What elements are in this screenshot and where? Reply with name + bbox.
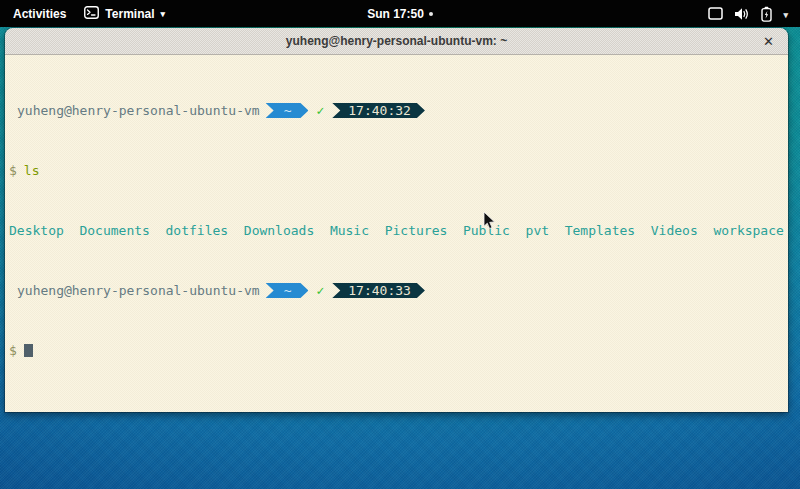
notification-dot <box>429 12 433 16</box>
chevron-down-icon: ▾ <box>160 10 165 19</box>
screen-icon <box>708 7 723 20</box>
prompt-line-2: yuheng@henry-personal-ubuntu-vm ~ ✓ 17:4… <box>9 283 784 298</box>
terminal-content[interactable]: yuheng@henry-personal-ubuntu-vm ~ ✓ 17:4… <box>5 55 788 412</box>
prompt-cwd-segment: ~ <box>266 103 309 118</box>
window-title: yuheng@henry-personal-ubuntu-vm: ~ <box>286 34 507 48</box>
chevron-down-icon: ▾ <box>783 10 788 20</box>
window-titlebar[interactable]: yuheng@henry-personal-ubuntu-vm: ~ ✕ <box>5 28 788 55</box>
typed-command: ls <box>24 163 40 178</box>
status-check-icon: ✓ <box>316 103 324 118</box>
terminal-app-icon <box>84 6 99 22</box>
prompt-user-host: yuheng@henry-personal-ubuntu-vm <box>9 103 260 118</box>
app-menu-button[interactable]: Terminal ▾ <box>84 6 165 22</box>
prompt-symbol: $ <box>9 163 17 178</box>
close-icon[interactable]: ✕ <box>758 31 779 52</box>
volume-icon <box>734 7 750 21</box>
prompt-line-1: yuheng@henry-personal-ubuntu-vm ~ ✓ 17:4… <box>9 103 784 118</box>
directory-listing: Desktop Documents dotfiles Downloads Mus… <box>9 223 784 238</box>
activities-button[interactable]: Activities <box>9 5 70 23</box>
prompt-time-segment: 17:40:33 <box>332 283 425 298</box>
prompt-cwd-segment: ~ <box>266 283 309 298</box>
command-line-1: $ ls <box>9 163 784 178</box>
terminal-cursor <box>24 344 33 357</box>
status-check-icon: ✓ <box>316 283 324 298</box>
command-line-2: $ <box>9 343 784 358</box>
prompt-symbol: $ <box>9 343 17 358</box>
system-status-area[interactable]: ▾ <box>700 0 800 27</box>
battery-charging-icon <box>761 6 772 22</box>
desktop: Activities Terminal ▾ Sun 17:50 <box>0 0 800 489</box>
ls-output-line: Desktop Documents dotfiles Downloads Mus… <box>9 223 784 238</box>
clock-button[interactable]: Sun 17:50 <box>367 7 424 21</box>
terminal-window: yuheng@henry-personal-ubuntu-vm: ~ ✕ yuh… <box>5 28 788 412</box>
gnome-top-bar: Activities Terminal ▾ Sun 17:50 <box>0 0 800 27</box>
prompt-user-host: yuheng@henry-personal-ubuntu-vm <box>9 283 260 298</box>
prompt-time-segment: 17:40:32 <box>332 103 425 118</box>
app-menu-label: Terminal <box>105 7 154 21</box>
